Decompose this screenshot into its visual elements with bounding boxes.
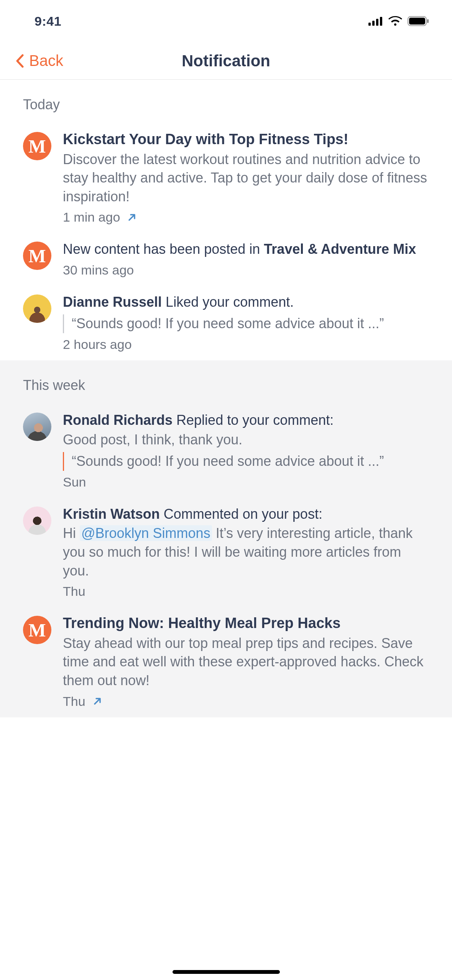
- header: Back Notification: [0, 42, 452, 80]
- reply-body: Hi @Brooklyn Simmons It’s very interesti…: [63, 524, 429, 580]
- external-link-icon[interactable]: [92, 696, 102, 706]
- action-text: Liked your comment.: [166, 294, 294, 310]
- notification-title: New content has been posted in Travel & …: [63, 240, 429, 259]
- status-time: 9:41: [35, 14, 61, 29]
- page-title: Notification: [182, 52, 270, 70]
- notification-item[interactable]: M New content has been posted in Travel …: [0, 233, 452, 286]
- notification-item[interactable]: Kristin Watson Commented on your post: H…: [0, 498, 452, 607]
- wifi-icon: [388, 16, 402, 26]
- notification-title-bold: Travel & Adventure Mix: [264, 241, 416, 257]
- notification-title: Kickstart Your Day with Top Fitness Tips…: [63, 130, 429, 149]
- chevron-left-icon: [15, 54, 24, 68]
- user-avatar: [23, 506, 51, 535]
- section-heading-today: Today: [0, 80, 452, 123]
- actor-name: Kristin Watson: [63, 506, 160, 522]
- notification-item[interactable]: Dianne Russell Liked your comment. “Soun…: [0, 286, 452, 360]
- reply-body: Good post, I think, thank you.: [63, 431, 429, 449]
- notification-time: 30 mins ago: [63, 263, 134, 278]
- status-icons: [368, 16, 429, 26]
- user-mention[interactable]: @Brooklyn Simmons: [80, 525, 212, 541]
- notification-body: Stay ahead with our top meal prep tips a…: [63, 634, 429, 690]
- quoted-comment: “Sounds good! If you need some advice ab…: [63, 314, 429, 333]
- home-indicator: [173, 970, 280, 974]
- notification-time: Thu: [63, 584, 85, 599]
- svg-rect-2: [376, 19, 378, 26]
- notification-time: 1 min ago: [63, 210, 120, 225]
- battery-icon: [408, 16, 429, 26]
- notification-time: Sun: [63, 475, 86, 490]
- actor-name: Dianne Russell: [63, 294, 162, 310]
- notification-item[interactable]: Ronald Richards Replied to your comment:…: [0, 404, 452, 498]
- action-text: Commented on your post:: [164, 506, 322, 522]
- section-today: Today M Kickstart Your Day with Top Fitn…: [0, 80, 452, 360]
- quoted-comment: “Sounds good! If you need some advice ab…: [63, 452, 429, 471]
- svg-rect-6: [427, 19, 429, 23]
- notification-title: Trending Now: Healthy Meal Prep Hacks: [63, 614, 429, 633]
- section-heading-week: This week: [0, 360, 452, 404]
- user-avatar: [23, 294, 51, 323]
- notification-item[interactable]: M Trending Now: Healthy Meal Prep Hacks …: [0, 607, 452, 717]
- external-link-icon[interactable]: [127, 212, 137, 222]
- notification-action: Kristin Watson Commented on your post:: [63, 505, 429, 524]
- notification-action: Dianne Russell Liked your comment.: [63, 293, 429, 312]
- actor-name: Ronald Richards: [63, 412, 173, 428]
- app-avatar-icon: M: [23, 132, 51, 160]
- notification-body: Discover the latest workout routines and…: [63, 150, 429, 206]
- app-avatar-icon: M: [23, 242, 51, 270]
- notification-time: Thu: [63, 694, 85, 709]
- back-label: Back: [29, 52, 63, 69]
- notification-time: 2 hours ago: [63, 337, 132, 352]
- user-avatar: [23, 413, 51, 441]
- svg-rect-1: [372, 21, 375, 26]
- status-bar: 9:41: [0, 0, 452, 42]
- svg-rect-0: [368, 23, 371, 26]
- section-this-week: This week Ronald Richards Replied to you…: [0, 360, 452, 717]
- cellular-icon: [368, 16, 383, 26]
- reply-pre: Hi: [63, 525, 80, 541]
- notification-item[interactable]: M Kickstart Your Day with Top Fitness Ti…: [0, 123, 452, 233]
- svg-rect-5: [409, 18, 425, 25]
- svg-rect-3: [380, 17, 382, 26]
- app-avatar-icon: M: [23, 616, 51, 644]
- notification-action: Ronald Richards Replied to your comment:: [63, 411, 429, 430]
- action-text: Replied to your comment:: [176, 412, 334, 428]
- back-button[interactable]: Back: [15, 52, 63, 69]
- notification-title-pre: New content has been posted in: [63, 241, 264, 257]
